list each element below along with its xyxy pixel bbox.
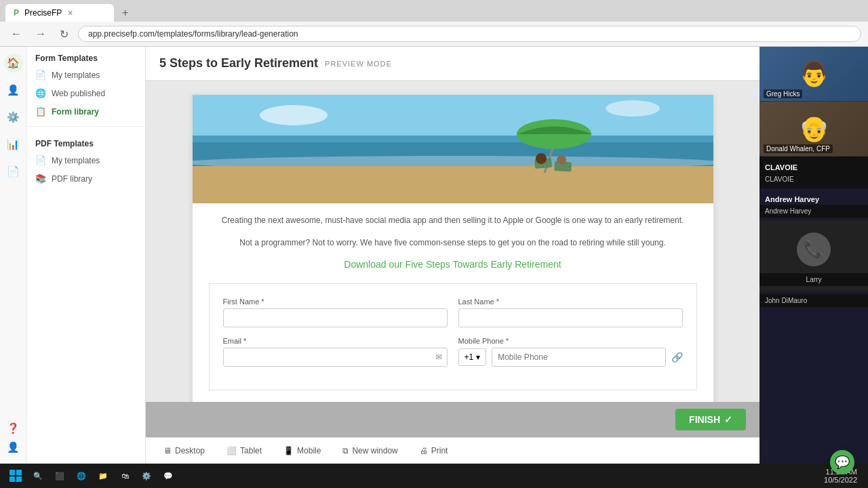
- john-section: John DiMauro: [760, 291, 868, 310]
- tab-bar: P PreciseFP ✕ +: [0, 0, 868, 22]
- right-panel: 👨 Greg Hicks 👴 Donald Whalen, CFP CLAVOI…: [760, 47, 868, 464]
- finish-bar: FINISH ✓: [146, 402, 760, 437]
- pdf-templates-section: PDF Templates: [27, 132, 145, 151]
- preview-inner: Creating the next awesome, must-have soc…: [146, 81, 760, 402]
- taskbar-settings-app[interactable]: ⚙️: [137, 466, 156, 485]
- forward-button[interactable]: →: [31, 26, 50, 41]
- larry-label: Larry: [760, 273, 868, 286]
- taskbar-explorer[interactable]: 📁: [94, 466, 113, 485]
- new-window-label: New window: [352, 446, 397, 455]
- taskbar-search[interactable]: 🔍: [28, 466, 47, 485]
- print-label: Print: [431, 446, 448, 455]
- svg-point-12: [606, 100, 660, 117]
- video-tile-greg: 👨 Greg Hicks: [760, 47, 868, 102]
- sidebar-item-my-templates-pdf[interactable]: 📄 My templates: [27, 151, 145, 169]
- windows-taskbar: 🔍 ⬛ 🌐 📁 🛍 ⚙️ 💬 11:29 AM 10/5/2022: [0, 464, 868, 488]
- new-window-icon: ⧉: [342, 446, 349, 455]
- mobile-button[interactable]: 📱 Mobile: [279, 443, 325, 458]
- taskbar-task-view[interactable]: ⬛: [50, 466, 69, 485]
- tablet-icon: ⬜: [226, 446, 237, 455]
- taskbar-teams[interactable]: 💬: [159, 466, 178, 485]
- home-icon[interactable]: 🏠: [4, 54, 23, 73]
- video-tile-donald: 👴 Donald Whalen, CFP: [760, 102, 868, 157]
- new-tab-button[interactable]: +: [117, 4, 134, 22]
- sidebar-divider: [27, 126, 145, 127]
- settings-icon[interactable]: ⚙️: [4, 108, 23, 127]
- address-bar[interactable]: app.precisefp.com/templates/forms/librar…: [78, 26, 861, 42]
- form-description-1: Creating the next awesome, must-have soc…: [209, 214, 697, 227]
- tablet-button[interactable]: ⬜ Tablet: [222, 443, 266, 458]
- refresh-button[interactable]: ↻: [56, 26, 73, 42]
- back-button[interactable]: ←: [7, 26, 26, 41]
- form-description-2: Not a programmer? Not to worry. We have …: [209, 237, 697, 249]
- preview-wrapper: Creating the next awesome, must-have soc…: [146, 81, 760, 437]
- andrew-name: Andrew Harvey: [760, 191, 868, 205]
- first-name-field: First Name *: [223, 298, 448, 327]
- avatar-icon[interactable]: 👤: [4, 438, 23, 457]
- download-link[interactable]: Download our Five Steps Towards Early Re…: [209, 259, 697, 270]
- start-button[interactable]: [5, 466, 26, 486]
- sidebar-item-form-library[interactable]: 📋 Form library: [27, 102, 145, 121]
- form-container: Creating the next awesome, must-have soc…: [192, 94, 714, 402]
- new-window-button[interactable]: ⧉ New window: [338, 443, 401, 458]
- tab-title: PreciseFP: [24, 8, 62, 18]
- desktop-button[interactable]: 🖥 Desktop: [159, 443, 209, 458]
- larry-section: 📞 Larry: [760, 220, 868, 291]
- bottom-bar: 🖥 Desktop ⬜ Tablet 📱 Mobile ⧉ New window…: [146, 437, 760, 464]
- phone-link-icon: 🔗: [671, 352, 683, 363]
- phone-code-value: +1: [465, 352, 474, 362]
- phone-input[interactable]: [492, 348, 665, 367]
- finish-button[interactable]: FINISH ✓: [675, 409, 746, 430]
- svg-point-10: [557, 155, 566, 165]
- first-name-input[interactable]: [223, 308, 448, 327]
- greg-name: Greg Hicks: [764, 89, 802, 98]
- browser-chrome: P PreciseFP ✕ + ← → ↻ app.precisefp.com/…: [0, 0, 868, 47]
- taskbar-store[interactable]: 🛍: [115, 466, 134, 485]
- sidebar-item-pdf-library[interactable]: 📚 PDF library: [27, 169, 145, 188]
- chat-bubble-button[interactable]: 💬: [830, 450, 854, 474]
- pdf-library-icon: 📚: [35, 174, 46, 184]
- help-icon[interactable]: ❓: [4, 419, 23, 438]
- chart-icon[interactable]: 📊: [4, 135, 23, 154]
- last-name-input[interactable]: [458, 308, 683, 327]
- clavoie-label: CLAVOIE: [760, 173, 868, 186]
- sidebar-item-label: PDF library: [52, 174, 92, 184]
- form-templates-section: Form Templates: [27, 47, 145, 66]
- donald-name: Donald Whalen, CFP: [764, 144, 833, 153]
- name-row: First Name * Last Name *: [223, 298, 683, 327]
- content-area: 5 Steps to Early Retirement PREVIEW MODE: [146, 47, 760, 464]
- active-tab[interactable]: P PreciseFP ✕: [5, 4, 114, 22]
- phone-row: +1 ▾ 🔗: [458, 348, 683, 367]
- taskbar-edge[interactable]: 🌐: [72, 466, 91, 485]
- sidebar-item-my-templates-form[interactable]: 📄 My templates: [27, 66, 145, 84]
- form-fields: First Name * Last Name * Ema: [209, 283, 697, 390]
- email-input[interactable]: [223, 348, 448, 367]
- clavoie-section: CLAVOIE CLAVOIE: [760, 157, 868, 188]
- tab-favicon: P: [14, 8, 19, 18]
- page-title: 5 Steps to Early Retirement: [159, 56, 318, 70]
- svg-rect-14: [16, 470, 22, 475]
- doc-icon[interactable]: 📄: [4, 162, 23, 181]
- svg-rect-4: [193, 166, 713, 203]
- mobile-icon: 📱: [283, 446, 294, 455]
- tab-close-button[interactable]: ✕: [67, 9, 73, 18]
- phone-call-icon: 📞: [804, 240, 824, 259]
- phone-code-selector[interactable]: +1 ▾: [458, 348, 487, 366]
- sidebar-item-web-published[interactable]: 🌐 Web published: [27, 84, 145, 102]
- clavoie-group-label: CLAVOIE: [760, 159, 868, 173]
- print-button[interactable]: 🖨 Print: [416, 443, 452, 458]
- mobile-phone-label: Mobile Phone *: [458, 337, 683, 345]
- beach-image: [193, 95, 713, 203]
- svg-rect-15: [9, 476, 15, 482]
- sidebar-item-label: My templates: [52, 70, 100, 80]
- email-wrapper: ✉: [223, 348, 448, 367]
- sidebar-item-label: My templates: [52, 156, 100, 165]
- desktop-icon: 🖥: [163, 446, 172, 455]
- svg-point-9: [536, 153, 547, 164]
- sidebar-item-label: Form library: [52, 107, 99, 117]
- page-header: 5 Steps to Early Retirement PREVIEW MODE: [146, 47, 760, 81]
- phone-code-chevron: ▾: [476, 352, 480, 362]
- user-icon[interactable]: 👤: [4, 81, 23, 100]
- main-layout: 🏠 👤 ⚙️ 📊 📄 ❓ 👤 Form Templates 📄 My templ…: [0, 47, 868, 464]
- print-icon: 🖨: [420, 446, 428, 455]
